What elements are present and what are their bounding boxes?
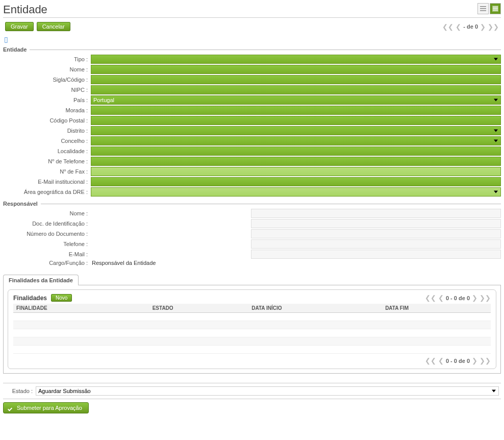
resp-doc-label: Doc. de Identificação :	[3, 221, 91, 227]
resp-numdoc-label: Número do Documento :	[3, 231, 91, 237]
pais-label: País :	[3, 97, 91, 103]
table-row	[13, 313, 491, 321]
entidade-legend: Entidade	[3, 46, 30, 53]
area-dre-select[interactable]	[91, 187, 501, 197]
panel-pager-bottom: ❮❮ ❮ 0 - 0 de 0 ❯ ❯❯	[13, 357, 491, 364]
pager-first-icon[interactable]: ❮❮	[425, 294, 436, 302]
pager-last-icon[interactable]: ❯❯	[488, 23, 499, 31]
morada-input[interactable]	[91, 106, 501, 115]
submit-approval-button[interactable]: Submeter para Aprovação	[3, 402, 89, 413]
finalidades-title: Finalidades	[13, 295, 47, 302]
pager-next-icon[interactable]: ❯	[480, 23, 486, 31]
top-pager: ❮❮ ❮ - de 0 ❯ ❯❯	[442, 23, 499, 31]
resp-telefone-readonly	[251, 239, 501, 249]
distrito-label: Distrito :	[3, 128, 91, 134]
record-marker-icon: ▯	[3, 33, 501, 43]
pager-prev-icon[interactable]: ❮	[438, 357, 444, 364]
check-icon	[8, 405, 14, 411]
form-view-button[interactable]	[490, 3, 501, 14]
morada-label: Morada :	[3, 107, 91, 113]
localidade-input[interactable]	[91, 146, 501, 156]
col-data-inicio[interactable]: DATA INÍCIO	[248, 304, 382, 313]
svg-rect-2	[480, 10, 486, 11]
svg-rect-6	[493, 10, 498, 11]
nipc-input[interactable]	[91, 85, 501, 94]
resp-cargo-label: Cargo/Função :	[3, 260, 91, 266]
finalidades-table: FINALIDADE ESTADO DATA INÍCIO DATA FIM	[13, 304, 491, 354]
email-inst-label: E-Mail institucional :	[3, 179, 91, 185]
estado-select[interactable]	[36, 386, 499, 396]
resp-nome-label: Nome :	[3, 210, 91, 216]
pager-next-icon[interactable]: ❯	[472, 357, 477, 364]
codigo-postal-label: Código Postal :	[3, 117, 91, 124]
pager-prev-icon[interactable]: ❮	[438, 294, 444, 302]
concelho-label: Concelho :	[3, 138, 91, 144]
sigla-label: Sigla/Código :	[3, 77, 91, 83]
col-data-fim[interactable]: DATA FIM	[382, 304, 491, 313]
area-dre-label: Área geográfica da DRE :	[3, 189, 91, 195]
distrito-select[interactable]	[91, 126, 501, 135]
save-button[interactable]: Gravar	[5, 22, 34, 31]
nome-input[interactable]	[91, 65, 501, 74]
pager-first-icon[interactable]: ❮❮	[442, 23, 453, 31]
codigo-postal-input[interactable]	[91, 116, 501, 125]
resp-telefone-label: Telefone :	[3, 241, 91, 247]
svg-rect-5	[493, 8, 498, 9]
telefone-input[interactable]	[91, 157, 501, 166]
tipo-select[interactable]	[91, 55, 501, 64]
fax-input[interactable]	[91, 167, 501, 176]
view-toggle-group	[477, 3, 501, 14]
tab-bar: Finalidades da Entidade	[3, 274, 501, 285]
email-inst-input[interactable]	[91, 177, 501, 186]
nome-label: Nome :	[3, 66, 91, 72]
finalidades-panel: Finalidades Novo ❮❮ ❮ 0 - 0 de 0 ❯ ❯❯ FI…	[3, 285, 501, 374]
panel-pager-top: ❮❮ ❮ 0 - 0 de 0 ❯ ❯❯	[425, 294, 491, 302]
pager-first-icon[interactable]: ❮❮	[425, 357, 436, 364]
fax-label: Nº de Fax :	[3, 168, 91, 175]
pager-last-icon[interactable]: ❯❯	[480, 357, 491, 364]
svg-rect-0	[480, 6, 486, 7]
resp-email-readonly	[251, 250, 501, 259]
table-row	[13, 321, 491, 329]
resp-numdoc-readonly	[251, 229, 501, 238]
tab-finalidades[interactable]: Finalidades da Entidade	[3, 275, 79, 285]
col-finalidade[interactable]: FINALIDADE	[13, 304, 149, 313]
form-icon	[492, 5, 499, 12]
panel-pager-text-bottom: 0 - 0 de 0	[446, 358, 470, 364]
pager-last-icon[interactable]: ❯❯	[480, 294, 491, 302]
resp-cargo-value: Responsável da Entidade	[91, 260, 501, 266]
page-title: Entidade	[3, 3, 47, 16]
table-row	[13, 346, 491, 354]
table-row	[13, 329, 491, 337]
list-view-button[interactable]	[477, 3, 489, 14]
svg-rect-1	[480, 8, 486, 9]
resp-nome-readonly	[251, 209, 501, 218]
table-row	[13, 337, 491, 346]
concelho-select[interactable]	[91, 136, 501, 145]
entidade-fieldset: Entidade Tipo : Nome : Sigla/Código : NI…	[3, 46, 501, 198]
submit-label: Submeter para Aprovação	[17, 405, 82, 411]
resp-email-label: E-Mail :	[3, 251, 91, 257]
tipo-label: Tipo :	[3, 56, 91, 62]
sigla-input[interactable]	[91, 75, 501, 84]
resp-doc-readonly	[251, 219, 501, 228]
cancel-button[interactable]: Cancelar	[37, 22, 70, 31]
pager-prev-icon[interactable]: ❮	[456, 23, 461, 31]
pager-next-icon[interactable]: ❯	[472, 294, 477, 302]
localidade-label: Localidade :	[3, 148, 91, 154]
col-estado[interactable]: ESTADO	[149, 304, 249, 313]
list-icon	[480, 5, 487, 12]
panel-pager-text: 0 - 0 de 0	[446, 295, 470, 301]
nipc-label: NIPC :	[3, 87, 91, 93]
estado-label: Estado :	[5, 388, 36, 394]
svg-rect-4	[493, 7, 498, 8]
pais-select[interactable]	[91, 95, 501, 105]
responsavel-fieldset: Responsável Nome : Doc. de Identificação…	[3, 201, 501, 267]
pager-text: - de 0	[463, 23, 478, 30]
novo-button[interactable]: Novo	[51, 294, 72, 302]
responsavel-legend: Responsável	[3, 201, 41, 207]
telefone-label: Nº de Telefone :	[3, 158, 91, 164]
